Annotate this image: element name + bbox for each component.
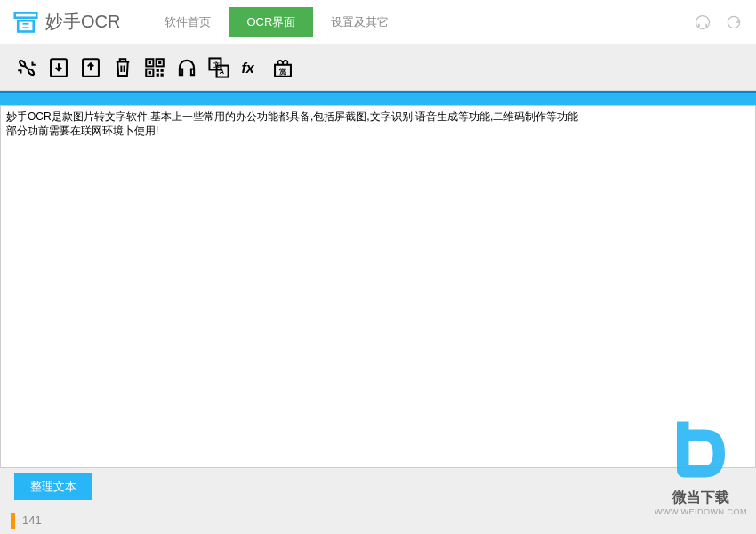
svg-text:赏: 赏: [278, 67, 286, 75]
import-icon[interactable]: [45, 54, 72, 81]
svg-rect-13: [149, 71, 151, 74]
delete-icon[interactable]: [109, 54, 136, 81]
status-bar: 141: [0, 506, 756, 534]
svg-rect-15: [161, 69, 164, 71]
svg-rect-16: [157, 73, 159, 76]
reward-icon[interactable]: 赏: [269, 54, 296, 81]
nav-tabs: 软件首页 OCR界面 设置及其它: [147, 7, 406, 37]
headphones-icon[interactable]: [694, 13, 712, 31]
svg-rect-0: [15, 12, 37, 17]
export-icon[interactable]: [77, 54, 104, 81]
svg-text:文: 文: [213, 61, 220, 69]
app-logo: 妙手OCR: [13, 10, 120, 35]
svg-rect-12: [158, 61, 161, 63]
svg-text:A: A: [220, 68, 225, 76]
content-text: 妙手OCR是款图片转文字软件,基本上一些常用的办公功能都具备,包括屏截图,文字识…: [6, 110, 578, 137]
fx-icon[interactable]: fx: [237, 54, 264, 81]
organize-text-button[interactable]: 整理文本: [14, 473, 92, 500]
tab-settings[interactable]: 设置及其它: [313, 7, 406, 37]
svg-rect-1: [18, 20, 34, 31]
app-name: 妙手OCR: [45, 10, 120, 34]
headphones-tool-icon[interactable]: [173, 54, 200, 81]
tab-ocr[interactable]: OCR界面: [229, 7, 313, 37]
header: 妙手OCR 软件首页 OCR界面 设置及其它: [0, 0, 756, 44]
qrcode-icon[interactable]: [141, 54, 168, 81]
translate-icon[interactable]: 文A: [205, 54, 232, 81]
svg-rect-11: [149, 61, 151, 63]
tab-home[interactable]: 软件首页: [147, 7, 229, 37]
svg-text:fx: fx: [241, 59, 254, 75]
separator-bar: [0, 91, 756, 105]
status-indicator: [11, 513, 15, 529]
screenshot-icon[interactable]: [13, 54, 40, 81]
toolbar: 文A fx 赏: [0, 44, 756, 91]
bottom-bar: 整理文本: [0, 468, 756, 506]
svg-rect-14: [157, 69, 159, 71]
status-value: 141: [22, 514, 42, 527]
svg-rect-17: [161, 73, 164, 76]
content-textarea[interactable]: 妙手OCR是款图片转文字软件,基本上一些常用的办公功能都具备,包括屏截图,文字识…: [0, 105, 756, 468]
svg-point-4: [696, 15, 710, 28]
logo-icon: [13, 10, 38, 35]
refresh-icon[interactable]: [725, 13, 743, 31]
